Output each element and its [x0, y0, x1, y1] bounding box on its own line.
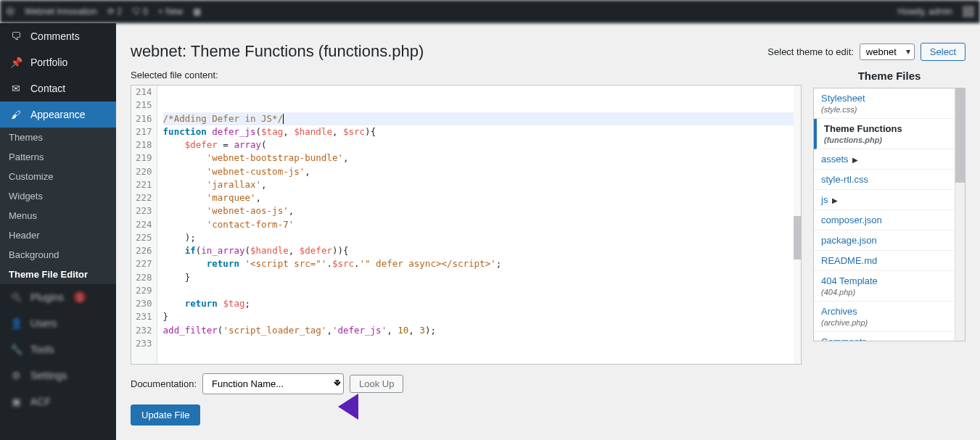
page-title: webnet: Theme Functions (functions.php): [131, 42, 424, 61]
submenu-customize[interactable]: Customize: [0, 167, 116, 186]
mail-icon: ✉: [9, 81, 23, 96]
comments-icon: 🗨: [9, 29, 23, 43]
file-item[interactable]: style-rtl.css: [814, 170, 965, 190]
menu-label: Comments: [30, 30, 80, 42]
select-theme-label: Select theme to edit:: [767, 46, 854, 57]
menu-users[interactable]: 👤 Users: [0, 310, 116, 336]
editor-scrollbar-thumb[interactable]: [794, 216, 801, 260]
menu-settings[interactable]: ⚙ Settings: [0, 362, 116, 389]
gear-icon: ⚙: [9, 368, 23, 383]
plugins-badge: 1: [74, 291, 86, 303]
documentation-row: Documentation: Function Name... Look Up: [131, 373, 802, 394]
menu-label: Tools: [30, 344, 54, 355]
submenu-background[interactable]: Background: [0, 245, 116, 265]
submenu-appearance: Themes Patterns Customize Widgets Menus …: [0, 128, 116, 284]
wrench-icon: 🔧: [9, 342, 23, 357]
theme-files-list: Stylesheet(style.css)Theme Functions(fun…: [813, 88, 965, 341]
wp-logo-icon[interactable]: ⓦ: [6, 6, 15, 18]
menu-acf[interactable]: ▣ ACF: [0, 389, 116, 415]
theme-files-heading: Theme Files: [813, 70, 965, 82]
file-item[interactable]: composer.json: [814, 210, 965, 231]
lookup-button[interactable]: Look Up: [350, 375, 403, 393]
menu-label: Settings: [30, 370, 67, 381]
submenu-widgets[interactable]: Widgets: [0, 186, 116, 206]
brush-icon: 🖌: [9, 107, 23, 122]
new-content[interactable]: + New: [158, 7, 183, 17]
documentation-label: Documentation:: [131, 378, 197, 389]
admin-sidebar: 🗨 Comments 📌 Portfolio ✉ Contact 🖌 Appea…: [0, 23, 116, 440]
code-area[interactable]: /*Adding Defer in JS*/function defer_js(…: [157, 86, 801, 364]
extra-icon[interactable]: ▦: [193, 7, 201, 17]
menu-label: Users: [30, 317, 57, 329]
admin-bar: ⓦ Webnet Innovation ⟳ 2 🗨 0 + New ▦ Howd…: [0, 0, 980, 23]
files-scrollbar-thumb[interactable]: [955, 88, 965, 183]
file-item[interactable]: Comments: [814, 332, 965, 341]
menu-contact[interactable]: ✉ Contact: [0, 75, 116, 101]
file-item[interactable]: package.json: [814, 231, 965, 251]
function-name-select[interactable]: Function Name...: [202, 373, 344, 394]
code-editor[interactable]: 2142152162172182192202212222232242252262…: [131, 85, 802, 365]
menu-plugins[interactable]: 🔌 Plugins 1: [0, 284, 116, 310]
theme-select[interactable]: webnet: [860, 43, 915, 60]
user-icon: 👤: [9, 316, 23, 331]
main-content: webnet: Theme Functions (functions.php) …: [116, 23, 980, 440]
file-item[interactable]: js ▶: [814, 190, 965, 210]
menu-appearance[interactable]: 🖌 Appearance: [0, 101, 116, 128]
selected-file-label: Selected file content:: [131, 70, 802, 80]
menu-comments[interactable]: 🗨 Comments: [0, 23, 116, 49]
gutter: 2142152162172182192202212222232242252262…: [131, 86, 157, 364]
menu-label: Portfolio: [30, 57, 67, 68]
howdy[interactable]: Howdy, admin: [898, 7, 952, 17]
editor-scrollbar[interactable]: [794, 86, 801, 364]
updates-icon[interactable]: ⟳ 2: [107, 7, 122, 17]
file-item[interactable]: Archives(archive.php): [814, 302, 965, 332]
file-item[interactable]: Stylesheet(style.css): [814, 88, 965, 119]
menu-label: Appearance: [30, 109, 86, 120]
comments-icon[interactable]: 🗨 0: [132, 7, 148, 17]
theme-select-row: Select theme to edit: webnet Select: [767, 43, 965, 61]
file-item[interactable]: 404 Template(404.php): [814, 271, 965, 302]
file-item[interactable]: Theme Functions(functions.php): [814, 119, 965, 149]
submenu-theme-file-editor[interactable]: Theme File Editor: [0, 265, 116, 284]
menu-label: Plugins: [30, 291, 64, 303]
file-item[interactable]: assets ▶: [814, 149, 965, 170]
acf-icon: ▣: [9, 394, 23, 409]
plug-icon: 🔌: [9, 290, 23, 304]
file-item[interactable]: README.md: [814, 251, 965, 271]
avatar[interactable]: [963, 6, 974, 17]
update-file-button[interactable]: Update File: [131, 404, 200, 426]
submenu-menus[interactable]: Menus: [0, 206, 116, 225]
menu-label: ACF: [30, 396, 51, 407]
annotation-arrow: [325, 394, 358, 420]
site-name[interactable]: Webnet Innovation: [25, 7, 97, 17]
files-scrollbar[interactable]: [955, 88, 965, 341]
menu-label: Contact: [30, 83, 65, 94]
select-button[interactable]: Select: [921, 43, 965, 61]
submenu-themes[interactable]: Themes: [0, 128, 116, 147]
submenu-patterns[interactable]: Patterns: [0, 147, 116, 167]
submenu-header[interactable]: Header: [0, 225, 116, 245]
pin-icon: 📌: [9, 55, 23, 70]
menu-tools[interactable]: 🔧 Tools: [0, 336, 116, 362]
menu-portfolio[interactable]: 📌 Portfolio: [0, 49, 116, 75]
